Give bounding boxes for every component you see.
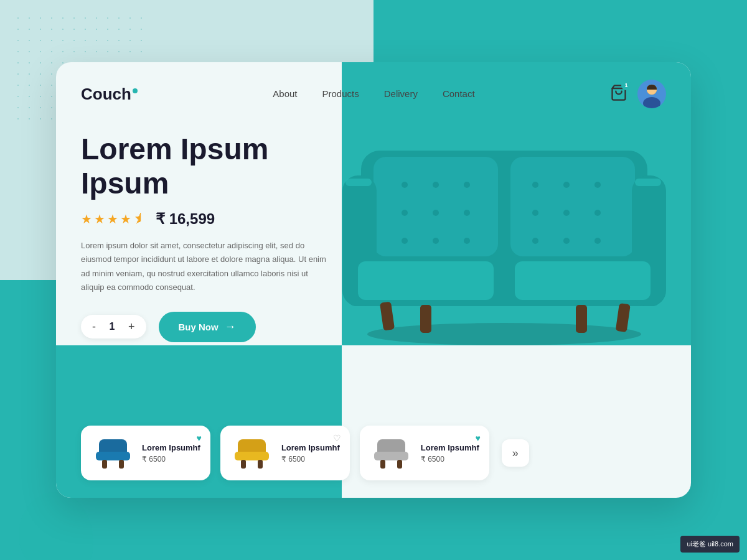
buy-now-label: Buy Now [179, 322, 218, 332]
product-card-0-name: Lorem Ipsumhf [142, 443, 200, 452]
svg-rect-44 [258, 460, 263, 469]
product-title-line2: Ipsum [81, 167, 169, 200]
svg-point-24 [563, 238, 570, 244]
svg-point-17 [532, 182, 538, 188]
svg-rect-35 [345, 179, 372, 186]
product-card-1-image [230, 434, 274, 472]
svg-rect-7 [510, 157, 635, 256]
product-title-line1: Lorem Ipsum [81, 133, 268, 166]
product-card-1-name: Lorem Ipsumhf [281, 443, 340, 452]
svg-point-11 [402, 210, 408, 216]
svg-rect-29 [358, 261, 494, 300]
rating-price: ★ ★ ★ ★ ⯨ ₹ 16,599 [81, 210, 327, 228]
product-description: Lorem ipsum dolor sit amet, consectetur … [81, 239, 327, 294]
sofa-illustration [324, 88, 685, 350]
svg-rect-39 [102, 460, 107, 469]
svg-point-23 [532, 238, 538, 244]
svg-rect-36 [635, 179, 661, 186]
product-card-2-price: ₹ 6500 [421, 455, 479, 464]
quantity-increase-button[interactable]: + [128, 321, 135, 332]
svg-point-19 [594, 182, 601, 188]
quantity-control: - 1 + [81, 315, 146, 338]
star-1: ★ [81, 212, 92, 226]
product-card-1[interactable]: Lorem Ipsumhf ₹ 6500 ♡ [220, 426, 350, 480]
main-card: Couch About Products Delivery Contact [56, 62, 691, 498]
svg-rect-42 [235, 452, 269, 460]
watermark: ui老爸 uil8.com [680, 536, 740, 553]
svg-point-8 [402, 182, 408, 188]
product-card-0-info: Lorem Ipsumhf ₹ 6500 [142, 443, 200, 464]
svg-rect-33 [576, 305, 587, 333]
svg-point-25 [594, 238, 601, 244]
svg-point-21 [563, 210, 570, 216]
sofa-display-area [327, 126, 666, 416]
product-card-1-heart[interactable]: ♡ [333, 433, 341, 443]
product-card-2[interactable]: Lorem Ipsumhf ₹ 6500 ♥ [360, 426, 489, 480]
quantity-value: 1 [106, 321, 118, 332]
product-card-2-image [370, 434, 413, 472]
card-content: Lorem Ipsum Ipsum ★ ★ ★ ★ ⯨ ₹ 16,599 Lor… [56, 126, 691, 416]
blue-chair-icon [93, 436, 133, 470]
quantity-decrease-button[interactable]: - [92, 321, 96, 332]
svg-point-13 [464, 210, 470, 216]
product-card-0-image [91, 434, 134, 472]
svg-point-20 [532, 210, 538, 216]
product-cards-section: Lorem Ipsumhf ₹ 6500 ♥ Lorem Ipsumhf ₹ 6… [56, 416, 691, 498]
svg-rect-34 [616, 303, 631, 332]
svg-rect-32 [420, 305, 431, 333]
logo-dot [133, 88, 138, 93]
yellow-chair-icon [232, 436, 272, 470]
product-card-0-heart[interactable]: ♥ [197, 433, 202, 443]
svg-rect-30 [515, 261, 651, 300]
svg-point-10 [464, 182, 470, 188]
product-price: ₹ 16,599 [156, 210, 215, 228]
svg-point-18 [563, 182, 570, 188]
svg-rect-46 [374, 452, 408, 460]
svg-point-16 [464, 238, 470, 244]
star-rating: ★ ★ ★ ★ ⯨ [81, 212, 146, 226]
svg-rect-47 [380, 460, 385, 469]
product-card-2-name: Lorem Ipsumhf [421, 443, 479, 452]
next-products-button[interactable]: » [502, 439, 529, 467]
product-card-0-price: ₹ 6500 [142, 455, 200, 464]
svg-rect-43 [241, 460, 246, 469]
buy-now-button[interactable]: Buy Now → [159, 312, 256, 342]
product-card-2-info: Lorem Ipsumhf ₹ 6500 [421, 443, 479, 464]
star-3: ★ [107, 212, 118, 226]
watermark-text: ui老爸 uil8.com [687, 540, 733, 548]
product-card-1-info: Lorem Ipsumhf ₹ 6500 [281, 443, 340, 464]
svg-point-14 [402, 238, 408, 244]
star-2: ★ [94, 212, 105, 226]
left-content: Lorem Ipsum Ipsum ★ ★ ★ ★ ⯨ ₹ 16,599 Lor… [81, 126, 327, 416]
svg-point-22 [594, 210, 601, 216]
svg-point-12 [433, 210, 439, 216]
star-5-half: ⯨ [133, 212, 146, 226]
star-4: ★ [120, 212, 131, 226]
product-card-0[interactable]: Lorem Ipsumhf ₹ 6500 ♥ [81, 426, 210, 480]
logo[interactable]: Couch [81, 85, 138, 104]
logo-text: Couch [81, 85, 131, 104]
svg-point-9 [433, 182, 439, 188]
buy-now-arrow-icon: → [225, 320, 236, 334]
svg-point-4 [367, 323, 641, 345]
nav-link-about[interactable]: About [273, 88, 297, 99]
nav-item-about[interactable]: About [273, 88, 297, 100]
svg-rect-38 [96, 452, 130, 460]
product-card-1-price: ₹ 6500 [281, 455, 340, 464]
product-card-2-heart[interactable]: ♥ [475, 433, 480, 443]
svg-point-15 [433, 238, 439, 244]
gray-chair-icon [371, 436, 411, 470]
svg-rect-40 [119, 460, 124, 469]
product-title: Lorem Ipsum Ipsum [81, 132, 327, 200]
product-actions: - 1 + Buy Now → [81, 312, 327, 342]
svg-rect-48 [397, 460, 402, 469]
